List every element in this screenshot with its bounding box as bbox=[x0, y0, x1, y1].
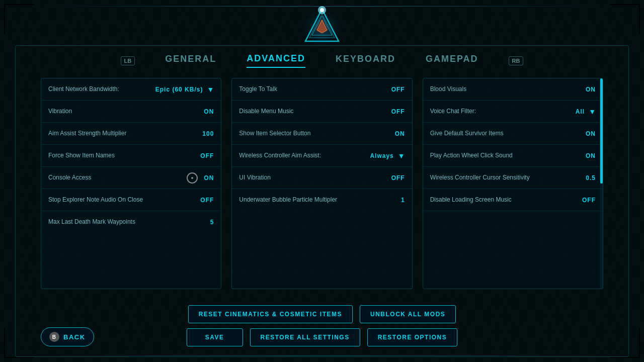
setting-label: Voice Chat Filter: bbox=[430, 108, 576, 116]
setting-label: Force Show Item Names bbox=[48, 152, 200, 160]
setting-console-access: Console Access ON bbox=[41, 167, 221, 189]
setting-value[interactable]: OFF bbox=[391, 174, 405, 182]
setting-ui-vibration: UI Vibration OFF bbox=[232, 167, 412, 189]
setting-value[interactable]: ON bbox=[204, 174, 214, 182]
setting-label: Show Item Selector Button bbox=[239, 130, 394, 138]
setting-value[interactable]: 5 bbox=[210, 219, 214, 226]
setting-vibration: Vibration ON bbox=[41, 101, 221, 123]
setting-label: Aim Assist Strength Multiplier bbox=[48, 130, 202, 138]
left-bumper[interactable]: LB bbox=[121, 56, 135, 65]
setting-max-death-mark: Max Last Death Mark Waypoints 5 bbox=[41, 211, 221, 233]
setting-client-network-bandwidth: Client Network Bandwidth: Epic (60 KB/s)… bbox=[41, 78, 221, 101]
setting-toggle-to-talk: Toggle To Talk OFF bbox=[232, 78, 412, 101]
setting-value[interactable]: OFF bbox=[200, 197, 214, 204]
setting-value[interactable]: ON bbox=[395, 130, 405, 137]
content-area: Client Network Bandwidth: Epic (60 KB/s)… bbox=[16, 78, 628, 289]
setting-value[interactable]: ON bbox=[586, 152, 596, 159]
reset-cinematics-button[interactable]: RESET CINEMATICS & COSMETIC ITEMS bbox=[188, 305, 353, 323]
setting-stop-explorer-note: Stop Explorer Note Audio On Close OFF bbox=[41, 189, 221, 211]
setting-value[interactable]: 1 bbox=[401, 197, 405, 204]
setting-value[interactable]: OFF bbox=[391, 108, 405, 115]
setting-label: Vibration bbox=[48, 108, 204, 116]
setting-value: Epic (60 KB/s) bbox=[155, 86, 203, 93]
setting-blood-visuals: Blood Visuals ON bbox=[423, 78, 603, 101]
setting-action-wheel-sound: Play Action Wheel Click Sound ON bbox=[423, 145, 603, 167]
setting-label: Disable Menu Music bbox=[239, 108, 391, 116]
setting-force-show-item-names: Force Show Item Names OFF bbox=[41, 145, 221, 167]
back-button-icon: B bbox=[49, 332, 59, 342]
setting-value[interactable]: 100 bbox=[202, 130, 214, 137]
unblock-mods-button[interactable]: UNBLOCK ALL MODS bbox=[360, 305, 456, 323]
back-button-label: BACK bbox=[63, 333, 86, 341]
right-panel: Blood Visuals ON Voice Chat Filter: All … bbox=[423, 78, 603, 289]
back-button[interactable]: B BACK bbox=[41, 327, 94, 346]
setting-value[interactable]: ON bbox=[586, 86, 596, 93]
setting-label: Wireless Controller Aim Assist: bbox=[239, 152, 370, 160]
tab-general[interactable]: GENERAL bbox=[165, 54, 216, 67]
setting-label: Toggle To Talk bbox=[239, 85, 391, 94]
dropdown-arrow-icon: ▼ bbox=[589, 108, 596, 116]
scrollbar-track[interactable] bbox=[600, 78, 603, 289]
setting-value[interactable]: OFF bbox=[582, 197, 596, 204]
setting-label: Max Last Death Mark Waypoints bbox=[48, 218, 210, 226]
dropdown-aim-assist[interactable]: Always ▼ bbox=[370, 152, 405, 160]
setting-value[interactable]: 0.5 bbox=[586, 174, 596, 182]
dropdown-arrow-icon: ▼ bbox=[207, 85, 214, 94]
setting-aim-assist: Aim Assist Strength Multiplier 100 bbox=[41, 123, 221, 145]
console-access-icon bbox=[187, 172, 198, 184]
dropdown-voice-filter[interactable]: All ▼ bbox=[576, 108, 596, 116]
back-icon-label: B bbox=[52, 334, 57, 340]
setting-label: Wireless Controller Cursor Sensitivity bbox=[430, 174, 586, 182]
tab-keyboard[interactable]: KEYBOARD bbox=[336, 54, 395, 67]
setting-value[interactable]: ON bbox=[204, 108, 214, 115]
setting-label: Disable Loading Screen Music bbox=[430, 196, 582, 204]
setting-label: Play Action Wheel Click Sound bbox=[430, 152, 586, 160]
setting-underwater-bubble: Underwater Bubble Particle Multipler 1 bbox=[232, 189, 412, 211]
setting-value: Always bbox=[370, 152, 393, 159]
setting-label: UI Vibration bbox=[239, 174, 391, 182]
setting-disable-loading-music: Disable Loading Screen Music OFF bbox=[423, 189, 603, 211]
setting-label: Blood Visuals bbox=[430, 85, 586, 94]
left-panel: Client Network Bandwidth: Epic (60 KB/s)… bbox=[41, 78, 221, 289]
setting-label: Stop Explorer Note Audio On Close bbox=[48, 196, 200, 204]
middle-panel: Toggle To Talk OFF Disable Menu Music OF… bbox=[231, 78, 412, 289]
setting-value[interactable]: OFF bbox=[391, 86, 405, 93]
corner-decoration-tr bbox=[610, 4, 640, 34]
right-bumper[interactable]: RB bbox=[509, 56, 524, 65]
setting-show-item-selector: Show Item Selector Button ON bbox=[232, 123, 412, 145]
restore-all-button[interactable]: RESTORE ALL SETTINGS bbox=[250, 328, 360, 346]
restore-options-button[interactable]: RESTORE OPTIONS bbox=[367, 328, 458, 346]
setting-value: All bbox=[576, 108, 585, 115]
save-button[interactable]: SAVE bbox=[187, 328, 243, 346]
setting-label: Underwater Bubble Particle Multipler bbox=[239, 196, 401, 204]
bottom-row-1: RESET CINEMATICS & COSMETIC ITEMS UNBLOC… bbox=[188, 305, 456, 323]
main-container: LB GENERAL ADVANCED KEYBOARD GAMEPAD RB … bbox=[15, 45, 629, 357]
tab-advanced[interactable]: ADVANCED bbox=[247, 53, 305, 68]
dropdown-arrow-icon: ▼ bbox=[398, 152, 405, 160]
setting-cursor-sensitivity: Wireless Controller Cursor Sensitivity 0… bbox=[423, 167, 603, 189]
bottom-row-2: SAVE RESTORE ALL SETTINGS RESTORE OPTION… bbox=[187, 328, 458, 346]
setting-value[interactable]: OFF bbox=[200, 152, 214, 159]
setting-give-default-survivor: Give Default Survivor Items ON bbox=[423, 123, 603, 145]
setting-disable-menu-music: Disable Menu Music OFF bbox=[232, 101, 412, 123]
svg-point-7 bbox=[320, 8, 324, 12]
setting-voice-chat-filter: Voice Chat Filter: All ▼ bbox=[423, 101, 603, 123]
setting-label: Client Network Bandwidth: bbox=[48, 85, 155, 94]
scrollbar-thumb[interactable] bbox=[600, 78, 603, 184]
setting-label: Give Default Survivor Items bbox=[430, 130, 586, 138]
tab-gamepad[interactable]: GAMEPAD bbox=[426, 54, 478, 67]
setting-label: Console Access bbox=[48, 174, 187, 182]
nav-tabs: LB GENERAL ADVANCED KEYBOARD GAMEPAD RB bbox=[16, 46, 628, 68]
dropdown-bandwidth[interactable]: Epic (60 KB/s) ▼ bbox=[155, 85, 214, 94]
bottom-area: RESET CINEMATICS & COSMETIC ITEMS UNBLOC… bbox=[16, 305, 628, 346]
setting-wireless-aim-assist: Wireless Controller Aim Assist: Always ▼ bbox=[232, 145, 412, 167]
corner-decoration-tl bbox=[4, 4, 34, 34]
setting-value[interactable]: ON bbox=[586, 130, 596, 137]
